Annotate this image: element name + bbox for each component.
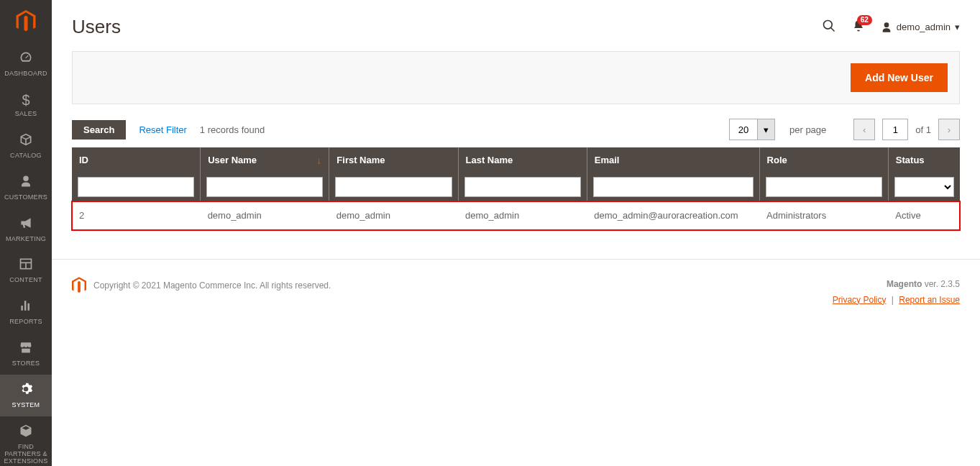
action-bar: Add New User xyxy=(72,51,960,104)
nav-label: Stores xyxy=(12,360,40,367)
nav-label: Content xyxy=(9,277,42,284)
copyright: Copyright © 2021 Magento Commerce Inc. A… xyxy=(93,280,331,291)
megaphone-icon xyxy=(19,216,33,234)
dashboard-icon xyxy=(19,50,33,68)
dollar-icon: $ xyxy=(22,92,29,109)
footer: Copyright © 2021 Magento Commerce Inc. A… xyxy=(52,259,980,325)
col-firstname[interactable]: First Name xyxy=(329,147,458,173)
nav-content[interactable]: Content xyxy=(0,250,52,291)
magento-icon xyxy=(72,277,86,294)
header-row: ID User Name↓ First Name Last Name Email… xyxy=(72,147,960,173)
nav-sales[interactable]: $ Sales xyxy=(0,85,52,125)
filter-status[interactable] xyxy=(894,177,954,197)
nav-catalog[interactable]: Catalog xyxy=(0,125,52,167)
partners-icon xyxy=(19,424,33,442)
nav-label: Dashboard xyxy=(4,70,47,78)
magento-logo[interactable] xyxy=(0,0,52,43)
cell-email: demo_admin@auroracreation.com xyxy=(587,201,759,230)
per-page-dropdown[interactable]: ▾ xyxy=(758,119,775,140)
col-label: ID xyxy=(79,155,88,165)
notification-badge: 62 xyxy=(857,15,872,25)
cell-lastname: demo_admin xyxy=(458,201,587,230)
search-button[interactable] xyxy=(822,19,836,35)
col-label: Email xyxy=(595,155,620,165)
layout-icon xyxy=(19,257,33,275)
cell-id: 2 xyxy=(72,201,201,230)
privacy-link[interactable]: Privacy Policy xyxy=(833,295,887,305)
table-row[interactable]: 2 demo_admin demo_admin demo_admin demo_… xyxy=(72,201,960,230)
reset-filter-link[interactable]: Reset Filter xyxy=(139,124,186,135)
user-icon xyxy=(881,22,892,33)
box-icon xyxy=(19,132,33,150)
toolbar: Search Reset Filter 1 records found ▾ pe… xyxy=(72,119,960,140)
records-found: 1 records found xyxy=(200,124,265,135)
chevron-down-icon: ▾ xyxy=(764,124,769,135)
col-email[interactable]: Email xyxy=(587,147,759,173)
search-icon xyxy=(822,19,836,33)
svg-line-4 xyxy=(830,28,834,32)
col-label: First Name xyxy=(336,155,385,165)
per-page-input[interactable] xyxy=(729,119,758,140)
filter-email[interactable] xyxy=(593,177,754,197)
users-grid: ID User Name↓ First Name Last Name Email… xyxy=(72,147,960,230)
nav-stores[interactable]: Stores xyxy=(0,333,52,375)
filter-username[interactable] xyxy=(206,177,323,197)
cell-username: demo_admin xyxy=(201,201,329,230)
per-page-label: per page xyxy=(789,124,826,135)
notifications-button[interactable]: 62 xyxy=(852,19,865,35)
filter-id[interactable] xyxy=(78,177,194,197)
main-content: Users 62 demo_admin ▾ Add New User xyxy=(52,0,980,466)
page-title: Users xyxy=(72,16,121,38)
chevron-right-icon: › xyxy=(948,124,951,135)
nav-label: Customers xyxy=(4,194,47,201)
separator: | xyxy=(892,295,894,305)
product-name: Magento xyxy=(887,279,922,289)
sidebar: Dashboard $ Sales Catalog Customers Mark… xyxy=(0,0,52,466)
filter-role[interactable] xyxy=(766,177,882,197)
cell-status: Active xyxy=(888,201,960,230)
nav-marketing[interactable]: Marketing xyxy=(0,209,52,250)
col-id[interactable]: ID xyxy=(72,147,201,173)
svg-point-3 xyxy=(823,21,832,29)
nav-customers[interactable]: Customers xyxy=(0,167,52,209)
nav-label: Find Partners & Extensions xyxy=(3,444,49,465)
chart-icon xyxy=(19,298,33,316)
filter-row xyxy=(72,173,960,201)
cell-firstname: demo_admin xyxy=(329,201,458,230)
nav-label: Marketing xyxy=(6,236,46,243)
magento-icon xyxy=(14,10,37,33)
col-label: Status xyxy=(896,155,925,165)
chevron-left-icon: ‹ xyxy=(863,124,866,135)
nav-label: Reports xyxy=(9,319,42,326)
filter-lastname[interactable] xyxy=(464,177,581,197)
col-label: Role xyxy=(767,155,787,165)
user-label: demo_admin xyxy=(897,22,951,32)
nav-label: System xyxy=(12,402,40,409)
col-role[interactable]: Role xyxy=(759,147,888,173)
col-label: Last Name xyxy=(466,155,513,165)
next-page-button[interactable]: › xyxy=(938,119,960,140)
header-actions: 62 demo_admin ▾ xyxy=(822,19,960,35)
nav-reports[interactable]: Reports xyxy=(0,291,52,333)
nav-label: Sales xyxy=(15,111,37,118)
add-new-user-button[interactable]: Add New User xyxy=(851,63,948,92)
nav-partners[interactable]: Find Partners & Extensions xyxy=(0,416,52,466)
col-status[interactable]: Status xyxy=(888,147,960,173)
version: ver. 2.3.5 xyxy=(922,279,960,289)
prev-page-button[interactable]: ‹ xyxy=(853,119,875,140)
user-menu[interactable]: demo_admin ▾ xyxy=(881,22,960,33)
filter-firstname[interactable] xyxy=(335,177,452,197)
store-icon xyxy=(19,340,33,358)
page-header: Users 62 demo_admin ▾ xyxy=(52,0,980,51)
col-lastname[interactable]: Last Name xyxy=(458,147,587,173)
nav-label: Catalog xyxy=(10,152,42,160)
chevron-down-icon: ▾ xyxy=(955,22,960,32)
sort-desc-icon: ↓ xyxy=(316,155,321,166)
nav-dashboard[interactable]: Dashboard xyxy=(0,43,52,85)
search-button[interactable]: Search xyxy=(72,120,126,140)
page-input[interactable] xyxy=(882,119,908,140)
col-label: User Name xyxy=(208,155,257,165)
col-username[interactable]: User Name↓ xyxy=(201,147,329,173)
report-issue-link[interactable]: Report an Issue xyxy=(899,295,960,305)
nav-system[interactable]: System xyxy=(0,375,52,416)
